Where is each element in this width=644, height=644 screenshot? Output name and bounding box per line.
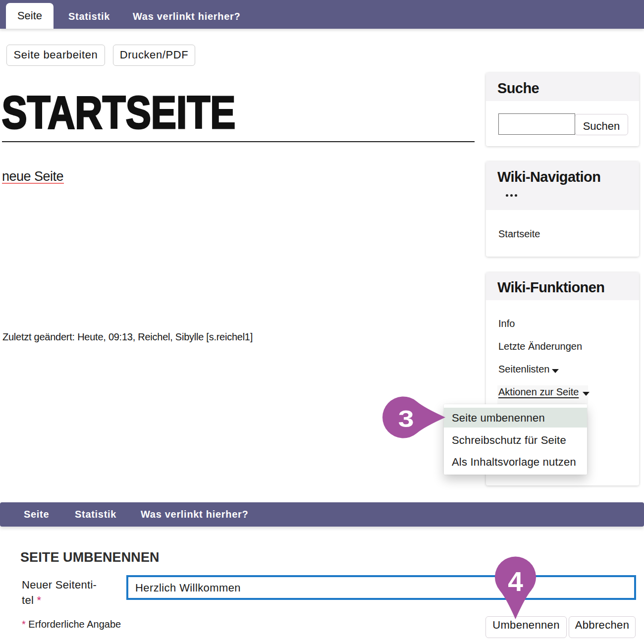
svg-text:3: 3	[398, 405, 414, 432]
svg-text:STARTSEITE: STARTSEITE	[2, 87, 236, 138]
svg-text:4: 4	[508, 566, 523, 597]
